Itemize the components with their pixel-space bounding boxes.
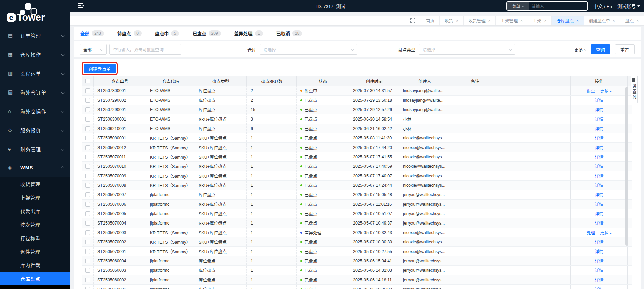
close-tab-icon[interactable]: × — [544, 19, 546, 23]
page-tab[interactable]: 上架管理 × — [496, 16, 528, 25]
close-tab-icon[interactable]: × — [637, 19, 639, 23]
row-action-count[interactable]: 盘点 — [587, 87, 595, 94]
row-action-detail[interactable]: 详情 — [595, 286, 603, 289]
row-checkbox[interactable] — [85, 287, 90, 289]
sidebar-menu-item[interactable]: ▦ 仓库操作 — [0, 45, 70, 64]
row-checkbox[interactable] — [85, 98, 90, 103]
row-action-detail[interactable]: 详情 — [595, 116, 603, 122]
vertical-scrollbar-thumb[interactable] — [625, 87, 628, 246]
status-filter[interactable]: 盘点中 5 — [155, 30, 179, 37]
status-filter[interactable]: 差异处理 1 — [234, 30, 263, 37]
status-filter[interactable]: 全部 243 — [80, 30, 104, 37]
row-action-detail[interactable]: 详情 — [595, 135, 603, 141]
row-action-detail[interactable]: 详情 — [595, 220, 603, 226]
row-action-detail[interactable]: 详情 — [595, 163, 603, 169]
wms-submenu-item[interactable]: 仓库盘点 — [0, 272, 70, 285]
page-tab[interactable]: 上架 × — [528, 16, 552, 25]
row-action-detail[interactable]: 详情 — [595, 267, 603, 273]
row-action-more[interactable]: 更多 — [600, 229, 612, 236]
row-action-handle[interactable]: 处理 — [587, 229, 595, 236]
row-action-detail[interactable]: 详情 — [595, 258, 603, 264]
row-action-detail[interactable]: 详情 — [595, 125, 603, 132]
row-action-detail[interactable]: 详情 — [595, 182, 603, 188]
row-action-detail[interactable]: 详情 — [595, 210, 603, 217]
row-checkbox[interactable] — [85, 240, 90, 244]
page-tab[interactable]: 盘点 × — [620, 16, 644, 25]
sidebar-menu-item[interactable]: ◇ 服务报价 — [0, 121, 70, 139]
sidebar-menu-item[interactable]: ▥ 头程运单 — [0, 64, 70, 83]
language-switch[interactable]: 中文 / En — [593, 3, 612, 9]
close-tab-icon[interactable]: × — [576, 19, 578, 23]
settings-column-tab[interactable]: 设置列 — [631, 76, 638, 103]
row-checkbox[interactable] — [85, 192, 90, 197]
status-filter[interactable]: 待盘点 0 — [117, 30, 142, 37]
close-tab-icon[interactable]: × — [613, 19, 615, 23]
row-action-detail[interactable]: 详情 — [595, 239, 603, 245]
wms-submenu-item[interactable]: 上架管理 — [0, 191, 70, 204]
collapse-sidebar-icon[interactable] — [78, 3, 84, 9]
wms-submenu-item[interactable]: 退件管理 — [0, 245, 70, 258]
page-tab[interactable]: 仓库盘点 × — [552, 16, 584, 25]
row-action-more[interactable]: 更多 — [600, 87, 612, 94]
row-checkbox[interactable] — [85, 88, 90, 93]
more-filters-link[interactable]: 更多 — [574, 46, 586, 53]
keyword-input[interactable]: 单行输入，双击可批量查询 — [109, 44, 181, 55]
page-tab[interactable]: 收货管理 × — [464, 16, 496, 25]
row-action-detail[interactable]: 详情 — [595, 191, 603, 198]
row-checkbox[interactable] — [85, 164, 90, 169]
status-filter[interactable]: 已盘点 209 — [193, 30, 221, 37]
reset-button[interactable]: 重置 — [615, 44, 635, 54]
warehouse-select[interactable]: 请选择 — [260, 44, 357, 55]
row-checkbox[interactable] — [85, 202, 90, 207]
row-checkbox[interactable] — [85, 136, 90, 140]
wms-submenu-item[interactable]: 收货管理 — [0, 177, 70, 191]
sidebar-menu-item[interactable]: ◈ WMS — [0, 158, 70, 177]
select-all-checkbox[interactable] — [85, 79, 90, 83]
row-checkbox[interactable] — [85, 107, 90, 112]
page-tab[interactable]: 收货 × — [440, 16, 463, 25]
field-select[interactable]: 全部 — [80, 44, 107, 55]
row-checkbox[interactable] — [85, 221, 90, 226]
wms-submenu-item[interactable]: 库内拦截 — [0, 258, 70, 272]
page-tab[interactable]: 创建盘点单 × — [584, 16, 620, 25]
status-filter[interactable]: 已取消 28 — [276, 30, 302, 37]
search-button[interactable]: 查询 — [591, 44, 610, 54]
row-checkbox[interactable] — [85, 174, 90, 178]
close-tab-icon[interactable]: × — [456, 19, 458, 23]
create-count-order-button[interactable]: 创建盘点单 — [84, 64, 116, 73]
row-action-detail[interactable]: 详情 — [595, 144, 603, 151]
close-tab-icon[interactable]: × — [488, 19, 490, 23]
account-menu[interactable]: 测试账号 — [617, 3, 640, 9]
fullscreen-icon[interactable] — [410, 18, 415, 23]
row-checkbox[interactable] — [85, 249, 90, 254]
sidebar-menu-item[interactable]: ▧ 海外仓订单 — [0, 83, 70, 102]
wms-submenu-item[interactable]: 打包称重 — [0, 231, 70, 245]
menu-select[interactable]: 菜单 — [507, 2, 529, 10]
count-type-select[interactable]: 请选择 — [419, 44, 515, 55]
page-tab[interactable]: 首页 — [421, 16, 440, 25]
row-action-detail[interactable]: 详情 — [595, 106, 603, 113]
close-tab-icon[interactable]: × — [520, 19, 522, 23]
wms-submenu-item[interactable]: 代发出库 — [0, 204, 70, 218]
row-checkbox[interactable] — [85, 268, 90, 273]
row-action-detail[interactable]: 详情 — [595, 97, 603, 103]
topbar-search-input[interactable]: 请输入 — [529, 2, 587, 10]
sidebar-menu-item[interactable]: ▤ 订单管理 — [0, 26, 70, 45]
row-action-detail[interactable]: 详情 — [595, 154, 603, 160]
row-checkbox[interactable] — [85, 230, 90, 235]
sidebar-menu-item[interactable]: ¥ 财务管理 — [0, 139, 70, 158]
row-action-detail[interactable]: 详情 — [595, 173, 603, 179]
row-checkbox[interactable] — [85, 126, 90, 131]
sidebar-menu-item[interactable]: ⌂ 海外仓操作 — [0, 102, 70, 121]
wms-submenu-item[interactable]: 波次管理 — [0, 218, 70, 231]
row-checkbox[interactable] — [85, 145, 90, 150]
row-checkbox[interactable] — [85, 259, 90, 263]
row-action-detail[interactable]: 详情 — [595, 277, 603, 283]
row-checkbox[interactable] — [85, 211, 90, 216]
row-checkbox[interactable] — [85, 155, 90, 159]
row-checkbox[interactable] — [85, 183, 90, 188]
row-action-detail[interactable]: 详情 — [595, 201, 603, 207]
row-checkbox[interactable] — [85, 117, 90, 122]
row-action-detail[interactable]: 详情 — [595, 248, 603, 255]
row-checkbox[interactable] — [85, 278, 90, 282]
